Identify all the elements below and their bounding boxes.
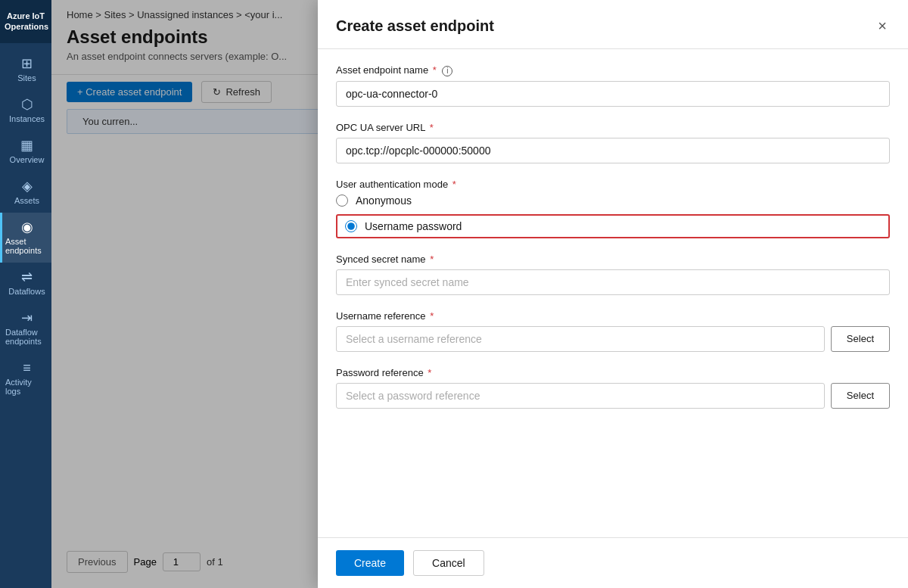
server-url-input[interactable]	[336, 138, 890, 163]
info-icon[interactable]: i	[442, 66, 452, 76]
modal-close-button[interactable]: ×	[875, 15, 890, 36]
radio-username-password-box: Username password	[336, 214, 890, 238]
dataflows-icon: ⇌	[21, 270, 33, 284]
sidebar-item-label: Overview	[10, 155, 45, 164]
endpoint-name-group: Asset endpoint name * i	[336, 64, 890, 107]
sidebar-item-label: Activity logs	[5, 378, 48, 396]
required-star: *	[430, 122, 434, 133]
sidebar-item-instances[interactable]: ⬡ Instances	[0, 90, 51, 131]
modal-header: Create asset endpoint ×	[318, 0, 908, 49]
server-url-group: OPC UA server URL *	[336, 122, 890, 163]
required-star: *	[428, 367, 431, 378]
sidebar-item-label: Dataflows	[8, 287, 45, 296]
create-asset-endpoint-modal: Create asset endpoint × Asset endpoint n…	[318, 0, 908, 588]
password-reference-input-group: Select	[336, 383, 890, 409]
sidebar-item-dataflow-endpoints[interactable]: ⇥ Dataflow endpoints	[0, 303, 51, 353]
sidebar-item-assets[interactable]: ◈ Assets	[0, 172, 51, 213]
sidebar-item-activity-logs[interactable]: ≡ Activity logs	[0, 353, 51, 403]
sites-icon: ⊞	[21, 57, 33, 70]
sidebar: Azure IoT Operations ⊞ Sites ⬡ Instances…	[0, 0, 51, 588]
synced-secret-group: Synced secret name *	[336, 254, 890, 295]
password-reference-input[interactable]	[336, 383, 825, 409]
radio-anonymous-input[interactable]	[336, 194, 348, 207]
dataflow-endpoints-icon: ⇥	[21, 311, 33, 325]
radio-username-password-input[interactable]	[345, 220, 357, 232]
auth-mode-radio-group: Anonymous Username password	[336, 194, 890, 238]
required-star: *	[433, 64, 437, 76]
sidebar-item-sites[interactable]: ⊞ Sites	[0, 49, 51, 90]
sidebar-item-label: Asset endpoints	[5, 237, 48, 255]
username-reference-input[interactable]	[336, 326, 825, 352]
radio-anonymous-label: Anonymous	[356, 194, 412, 207]
required-star: *	[430, 254, 434, 265]
endpoint-name-label: Asset endpoint name * i	[336, 64, 890, 76]
radio-username-password[interactable]: Username password	[345, 220, 462, 232]
sidebar-item-overview[interactable]: ▦ Overview	[0, 131, 51, 172]
modal-footer: Create Cancel	[318, 537, 908, 588]
radio-username-password-label: Username password	[365, 220, 462, 232]
username-reference-label: Username reference *	[336, 310, 890, 322]
sidebar-item-label: Assets	[14, 196, 39, 205]
server-url-label: OPC UA server URL *	[336, 122, 890, 133]
sidebar-item-asset-endpoints[interactable]: ◉ Asset endpoints	[0, 213, 51, 263]
instances-icon: ⬡	[21, 98, 33, 111]
overview-icon: ▦	[20, 138, 33, 152]
modal-title: Create asset endpoint	[336, 17, 494, 35]
create-button[interactable]: Create	[336, 550, 404, 576]
username-reference-input-group: Select	[336, 326, 890, 352]
password-reference-label: Password reference *	[336, 367, 890, 378]
assets-icon: ◈	[22, 179, 33, 193]
synced-secret-label: Synced secret name *	[336, 254, 890, 265]
modal-body: Asset endpoint name * i OPC UA server UR…	[318, 49, 908, 537]
password-reference-group: Password reference * Select	[336, 367, 890, 409]
radio-anonymous[interactable]: Anonymous	[336, 194, 890, 207]
required-star: *	[430, 310, 434, 322]
app-title: Azure IoT Operations	[0, 0, 51, 43]
auth-mode-group: User authentication mode * Anonymous	[336, 179, 890, 238]
auth-mode-label: User authentication mode *	[336, 179, 890, 190]
activity-logs-icon: ≡	[23, 361, 31, 375]
sidebar-item-label: Sites	[17, 73, 36, 82]
sidebar-item-dataflows[interactable]: ⇌ Dataflows	[0, 263, 51, 303]
username-reference-group: Username reference * Select	[336, 310, 890, 352]
cancel-button[interactable]: Cancel	[413, 550, 484, 576]
password-reference-select-button[interactable]: Select	[831, 383, 890, 409]
synced-secret-input[interactable]	[336, 269, 890, 295]
sidebar-item-label: Dataflow endpoints	[5, 328, 48, 346]
username-reference-select-button[interactable]: Select	[831, 326, 890, 352]
asset-endpoints-icon: ◉	[21, 220, 33, 234]
sidebar-item-label: Instances	[9, 114, 45, 123]
main-content: Home > Sites > Unassigned instances > <y…	[51, 0, 908, 588]
endpoint-name-input[interactable]	[336, 81, 890, 107]
required-star: *	[452, 179, 456, 190]
modal-backdrop: Create asset endpoint × Asset endpoint n…	[51, 0, 908, 588]
